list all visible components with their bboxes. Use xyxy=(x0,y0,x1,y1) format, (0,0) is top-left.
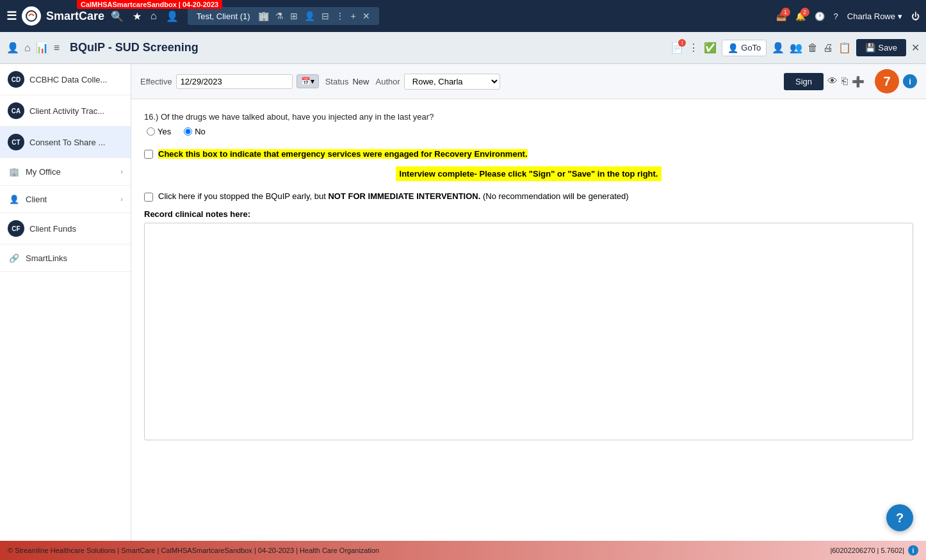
tray-notification[interactable]: 📥 1 xyxy=(776,12,786,21)
more-icon[interactable]: ⋮ xyxy=(336,11,345,21)
author-label: Author xyxy=(376,77,400,86)
power-icon[interactable]: ⏻ xyxy=(911,12,920,21)
plus-icon[interactable]: + xyxy=(351,11,356,21)
file-icon[interactable]: 📋 xyxy=(838,42,851,54)
check-icon[interactable]: ✅ xyxy=(704,42,717,54)
goto-label: GoTo xyxy=(741,43,761,52)
main-layout: CD CCBHC Data Colle... CA Client Activit… xyxy=(0,64,926,541)
yes-option[interactable]: Yes xyxy=(147,127,171,136)
sidebar-label-ct: Consent To Share ... xyxy=(29,138,105,147)
sidebar-label-ccbhc: CCBHC Data Colle... xyxy=(29,75,107,84)
sidebar-label-ca: Client Activity Trac... xyxy=(29,106,104,116)
help-bubble[interactable]: ? xyxy=(886,504,913,531)
user-circle-icon: 👤 xyxy=(727,43,738,53)
goto-button[interactable]: 👤 GoTo xyxy=(722,40,767,56)
help-icon[interactable]: ? xyxy=(834,12,838,21)
search-icon[interactable]: 🔍 xyxy=(111,10,124,22)
info-badge[interactable]: i xyxy=(903,74,917,88)
not-immediate-bold: NOT FOR IMMEDIATE INTERVENTION. xyxy=(328,191,480,201)
save-button[interactable]: 💾 Save xyxy=(856,39,906,56)
step-badge: 7 xyxy=(875,69,899,93)
question-16-block: 16.) Of the drugs we have talked about, … xyxy=(144,112,913,136)
content-area: Effective 📅▾ Status New Author Rowe, Cha… xyxy=(131,64,926,541)
calendar-button[interactable]: 📅▾ xyxy=(296,74,319,88)
emergency-checkbox[interactable] xyxy=(144,150,153,159)
bell-notification[interactable]: 🔔 2 xyxy=(795,12,806,21)
logo-area: ☰ SmartCare xyxy=(6,6,104,26)
sandbox-badge: CalMHSASmartcareSandbox | 04-20-2023 xyxy=(77,0,222,9)
history-icon[interactable]: 🕐 xyxy=(815,12,825,21)
sidebar-item-client-funds[interactable]: CF Client Funds xyxy=(0,213,131,244)
avatar-ct: CT xyxy=(8,134,24,150)
effective-date-input[interactable] xyxy=(176,74,293,89)
tray-badge: 1 xyxy=(781,8,790,17)
sidebar-item-client-activity[interactable]: CA Client Activity Trac... xyxy=(0,95,131,127)
home-icon[interactable]: ⌂ xyxy=(150,10,157,22)
sidebar-item-client[interactable]: 👤 Client › xyxy=(0,186,131,213)
client-tab-label: Test, Client (1) xyxy=(197,12,250,21)
client-tab-icons: 🏢 ⚗ ⊞ 👤 ⊟ ⋮ + ✕ xyxy=(258,11,370,21)
second-nav: 👤 ⌂ 📊 ≡ BQuIP - SUD Screening 📄 ! ⋮ ✅ 👤 … xyxy=(0,32,926,64)
stopped-early-text: Click here if you stopped the BQuIP earl… xyxy=(158,191,629,201)
footer-right: |60202206270 | 5.7602| i xyxy=(830,545,918,556)
grid-icon[interactable]: ⊞ xyxy=(290,11,298,21)
page-title: BQuIP - SUD Screening xyxy=(70,41,199,54)
building-icon[interactable]: 🏢 xyxy=(258,11,269,21)
author-select[interactable]: Rowe, Charla xyxy=(404,74,500,90)
sidebar-label-cf: Client Funds xyxy=(29,224,76,234)
stopped-early-prefix: Click here if you stopped the BQuIP earl… xyxy=(158,191,326,201)
print-icon[interactable]: 🖨 xyxy=(823,42,833,54)
avatar-ccbhc: CD xyxy=(8,71,24,88)
question-16-text: 16.) Of the drugs we have talked about, … xyxy=(144,112,913,122)
sidebar-item-consent[interactable]: CT Consent To Share ... xyxy=(0,127,131,158)
chevron-office-icon: › xyxy=(120,168,123,175)
yes-radio[interactable] xyxy=(147,127,155,136)
close-tab-icon[interactable]: ✕ xyxy=(362,11,370,21)
sidebar-item-my-office[interactable]: 🏢 My Office › xyxy=(0,158,131,186)
second-nav-right: 📄 ! ⋮ ✅ 👤 GoTo 👤 👥 🗑 🖨 📋 💾 Save ✕ xyxy=(670,39,920,56)
eye-icon[interactable]: 👁 xyxy=(827,76,838,87)
person-add-icon[interactable]: 👤 xyxy=(772,42,784,54)
footer-info-icon[interactable]: i xyxy=(908,545,918,556)
close-icon[interactable]: ✕ xyxy=(911,42,920,54)
person-group-icon[interactable]: 👥 xyxy=(790,42,802,54)
stopped-early-checkbox[interactable] xyxy=(144,193,153,202)
stopped-early-note: (No recommendation will be generated) xyxy=(483,191,629,201)
delete-icon[interactable]: 🗑 xyxy=(808,42,818,54)
no-option[interactable]: No xyxy=(184,127,206,136)
footer: © Streamline Healthcare Solutions | Smar… xyxy=(0,541,926,560)
person-icon[interactable]: 👤 xyxy=(166,10,179,22)
plus2-icon[interactable]: ➕ xyxy=(852,76,865,88)
form-content: 16.) Of the drugs we have talked about, … xyxy=(131,99,926,455)
status-value: New xyxy=(352,77,369,86)
home2-icon[interactable]: ⌂ xyxy=(24,42,31,54)
bell-badge: 2 xyxy=(800,8,809,17)
top-nav: CalMHSASmartcareSandbox | 04-20-2023 ☰ S… xyxy=(0,0,926,32)
person2-icon[interactable]: 👤 xyxy=(304,11,315,21)
no-radio[interactable] xyxy=(184,127,192,136)
sidebar-item-ccbhc[interactable]: CD CCBHC Data Colle... xyxy=(0,64,131,95)
chart-icon[interactable]: 📊 xyxy=(36,42,49,54)
doc-icon[interactable]: 📄 ! xyxy=(670,42,683,54)
sign-button[interactable]: Sign xyxy=(784,73,824,90)
sidebar-item-smartlinks[interactable]: 🔗 SmartLinks xyxy=(0,244,131,272)
client-tab[interactable]: Test, Client (1) 🏢 ⚗ ⊞ 👤 ⊟ ⋮ + ✕ xyxy=(188,7,379,25)
user-menu[interactable]: Charla Rowe ▾ xyxy=(847,12,902,21)
emergency-checkbox-row: Check this box to indicate that emergenc… xyxy=(144,149,913,159)
flask-icon[interactable]: ⚗ xyxy=(275,11,284,21)
more2-icon[interactable]: ⋮ xyxy=(688,42,699,54)
hamburger-icon[interactable]: ☰ xyxy=(6,9,17,23)
yes-label: Yes xyxy=(158,127,171,136)
share-icon[interactable]: ⎗ xyxy=(841,76,848,87)
list-icon[interactable]: ≡ xyxy=(54,42,60,54)
form-toolbar: Effective 📅▾ Status New Author Rowe, Cha… xyxy=(131,64,926,99)
grid2-icon[interactable]: ⊟ xyxy=(321,11,329,21)
emergency-label[interactable]: Check this box to indicate that emergenc… xyxy=(158,149,528,159)
author-field: Author Rowe, Charla xyxy=(376,74,500,90)
star-icon[interactable]: ★ xyxy=(133,10,142,22)
footer-right-text: |60202206270 | 5.7602| xyxy=(830,547,904,554)
avatar-cf: CF xyxy=(8,220,24,237)
clinical-notes-textarea[interactable] xyxy=(144,223,913,440)
client-icon: 👤 xyxy=(8,193,20,205)
person3-icon[interactable]: 👤 xyxy=(6,42,19,54)
